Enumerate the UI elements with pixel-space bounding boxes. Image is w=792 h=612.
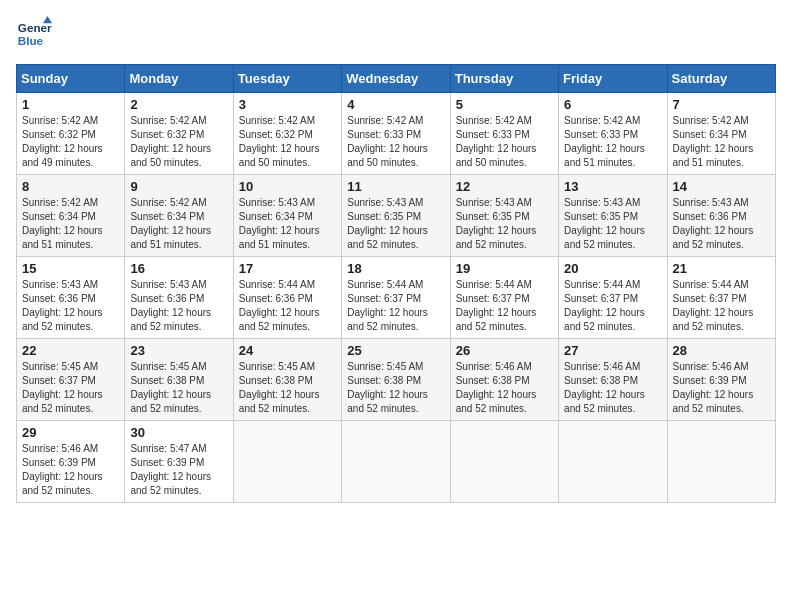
day-header-wednesday: Wednesday [342,65,450,93]
calendar-day: 30Sunrise: 5:47 AM Sunset: 6:39 PM Dayli… [125,421,233,503]
day-info: Sunrise: 5:45 AM Sunset: 6:37 PM Dayligh… [22,360,119,416]
calendar-day: 22Sunrise: 5:45 AM Sunset: 6:37 PM Dayli… [17,339,125,421]
day-header-thursday: Thursday [450,65,558,93]
day-info: Sunrise: 5:42 AM Sunset: 6:32 PM Dayligh… [239,114,336,170]
day-number: 9 [130,179,227,194]
day-number: 19 [456,261,553,276]
calendar-day: 5Sunrise: 5:42 AM Sunset: 6:33 PM Daylig… [450,93,558,175]
day-info: Sunrise: 5:43 AM Sunset: 6:35 PM Dayligh… [456,196,553,252]
day-info: Sunrise: 5:45 AM Sunset: 6:38 PM Dayligh… [130,360,227,416]
calendar-day [559,421,667,503]
day-info: Sunrise: 5:42 AM Sunset: 6:33 PM Dayligh… [347,114,444,170]
calendar-day: 23Sunrise: 5:45 AM Sunset: 6:38 PM Dayli… [125,339,233,421]
day-info: Sunrise: 5:46 AM Sunset: 6:39 PM Dayligh… [22,442,119,498]
day-info: Sunrise: 5:44 AM Sunset: 6:37 PM Dayligh… [673,278,770,334]
calendar-day: 1Sunrise: 5:42 AM Sunset: 6:32 PM Daylig… [17,93,125,175]
logo: General Blue [16,16,52,52]
day-info: Sunrise: 5:45 AM Sunset: 6:38 PM Dayligh… [239,360,336,416]
calendar-day: 6Sunrise: 5:42 AM Sunset: 6:33 PM Daylig… [559,93,667,175]
calendar-day: 7Sunrise: 5:42 AM Sunset: 6:34 PM Daylig… [667,93,775,175]
calendar-day [342,421,450,503]
day-info: Sunrise: 5:42 AM Sunset: 6:33 PM Dayligh… [564,114,661,170]
day-info: Sunrise: 5:43 AM Sunset: 6:36 PM Dayligh… [130,278,227,334]
day-number: 6 [564,97,661,112]
calendar-day: 3Sunrise: 5:42 AM Sunset: 6:32 PM Daylig… [233,93,341,175]
day-number: 8 [22,179,119,194]
day-info: Sunrise: 5:44 AM Sunset: 6:37 PM Dayligh… [456,278,553,334]
svg-marker-2 [43,16,52,23]
day-number: 15 [22,261,119,276]
day-number: 4 [347,97,444,112]
calendar-day: 18Sunrise: 5:44 AM Sunset: 6:37 PM Dayli… [342,257,450,339]
day-info: Sunrise: 5:47 AM Sunset: 6:39 PM Dayligh… [130,442,227,498]
calendar-day: 26Sunrise: 5:46 AM Sunset: 6:38 PM Dayli… [450,339,558,421]
calendar-day: 11Sunrise: 5:43 AM Sunset: 6:35 PM Dayli… [342,175,450,257]
day-info: Sunrise: 5:42 AM Sunset: 6:32 PM Dayligh… [130,114,227,170]
day-header-monday: Monday [125,65,233,93]
day-info: Sunrise: 5:42 AM Sunset: 6:34 PM Dayligh… [22,196,119,252]
day-info: Sunrise: 5:42 AM Sunset: 6:33 PM Dayligh… [456,114,553,170]
day-number: 29 [22,425,119,440]
day-info: Sunrise: 5:46 AM Sunset: 6:38 PM Dayligh… [564,360,661,416]
calendar-table: SundayMondayTuesdayWednesdayThursdayFrid… [16,64,776,503]
calendar-body: 1Sunrise: 5:42 AM Sunset: 6:32 PM Daylig… [17,93,776,503]
day-number: 21 [673,261,770,276]
day-info: Sunrise: 5:43 AM Sunset: 6:34 PM Dayligh… [239,196,336,252]
calendar-day: 25Sunrise: 5:45 AM Sunset: 6:38 PM Dayli… [342,339,450,421]
calendar-day: 12Sunrise: 5:43 AM Sunset: 6:35 PM Dayli… [450,175,558,257]
calendar-day: 21Sunrise: 5:44 AM Sunset: 6:37 PM Dayli… [667,257,775,339]
day-number: 13 [564,179,661,194]
calendar-week-2: 8Sunrise: 5:42 AM Sunset: 6:34 PM Daylig… [17,175,776,257]
day-number: 23 [130,343,227,358]
day-number: 16 [130,261,227,276]
day-info: Sunrise: 5:45 AM Sunset: 6:38 PM Dayligh… [347,360,444,416]
day-number: 2 [130,97,227,112]
calendar-week-5: 29Sunrise: 5:46 AM Sunset: 6:39 PM Dayli… [17,421,776,503]
day-info: Sunrise: 5:42 AM Sunset: 6:32 PM Dayligh… [22,114,119,170]
calendar-day: 24Sunrise: 5:45 AM Sunset: 6:38 PM Dayli… [233,339,341,421]
calendar-day [450,421,558,503]
day-number: 10 [239,179,336,194]
day-number: 18 [347,261,444,276]
calendar-day: 9Sunrise: 5:42 AM Sunset: 6:34 PM Daylig… [125,175,233,257]
day-header-sunday: Sunday [17,65,125,93]
day-info: Sunrise: 5:44 AM Sunset: 6:37 PM Dayligh… [347,278,444,334]
day-info: Sunrise: 5:42 AM Sunset: 6:34 PM Dayligh… [130,196,227,252]
calendar-day: 13Sunrise: 5:43 AM Sunset: 6:35 PM Dayli… [559,175,667,257]
day-number: 24 [239,343,336,358]
day-info: Sunrise: 5:46 AM Sunset: 6:39 PM Dayligh… [673,360,770,416]
calendar-day [667,421,775,503]
day-number: 3 [239,97,336,112]
day-number: 28 [673,343,770,358]
day-number: 20 [564,261,661,276]
calendar-day: 16Sunrise: 5:43 AM Sunset: 6:36 PM Dayli… [125,257,233,339]
day-number: 12 [456,179,553,194]
calendar-day: 29Sunrise: 5:46 AM Sunset: 6:39 PM Dayli… [17,421,125,503]
day-info: Sunrise: 5:44 AM Sunset: 6:37 PM Dayligh… [564,278,661,334]
calendar-day: 19Sunrise: 5:44 AM Sunset: 6:37 PM Dayli… [450,257,558,339]
calendar-week-3: 15Sunrise: 5:43 AM Sunset: 6:36 PM Dayli… [17,257,776,339]
logo-icon: General Blue [16,16,52,52]
day-info: Sunrise: 5:44 AM Sunset: 6:36 PM Dayligh… [239,278,336,334]
day-info: Sunrise: 5:43 AM Sunset: 6:36 PM Dayligh… [22,278,119,334]
calendar-day: 8Sunrise: 5:42 AM Sunset: 6:34 PM Daylig… [17,175,125,257]
day-number: 14 [673,179,770,194]
day-number: 30 [130,425,227,440]
day-header-friday: Friday [559,65,667,93]
day-number: 26 [456,343,553,358]
calendar-day: 27Sunrise: 5:46 AM Sunset: 6:38 PM Dayli… [559,339,667,421]
day-number: 11 [347,179,444,194]
day-number: 22 [22,343,119,358]
day-info: Sunrise: 5:43 AM Sunset: 6:36 PM Dayligh… [673,196,770,252]
calendar-day: 2Sunrise: 5:42 AM Sunset: 6:32 PM Daylig… [125,93,233,175]
day-number: 1 [22,97,119,112]
calendar-day [233,421,341,503]
day-info: Sunrise: 5:42 AM Sunset: 6:34 PM Dayligh… [673,114,770,170]
day-info: Sunrise: 5:46 AM Sunset: 6:38 PM Dayligh… [456,360,553,416]
day-number: 17 [239,261,336,276]
calendar-day: 17Sunrise: 5:44 AM Sunset: 6:36 PM Dayli… [233,257,341,339]
calendar-day: 20Sunrise: 5:44 AM Sunset: 6:37 PM Dayli… [559,257,667,339]
day-header-tuesday: Tuesday [233,65,341,93]
calendar-day: 14Sunrise: 5:43 AM Sunset: 6:36 PM Dayli… [667,175,775,257]
calendar-day: 4Sunrise: 5:42 AM Sunset: 6:33 PM Daylig… [342,93,450,175]
